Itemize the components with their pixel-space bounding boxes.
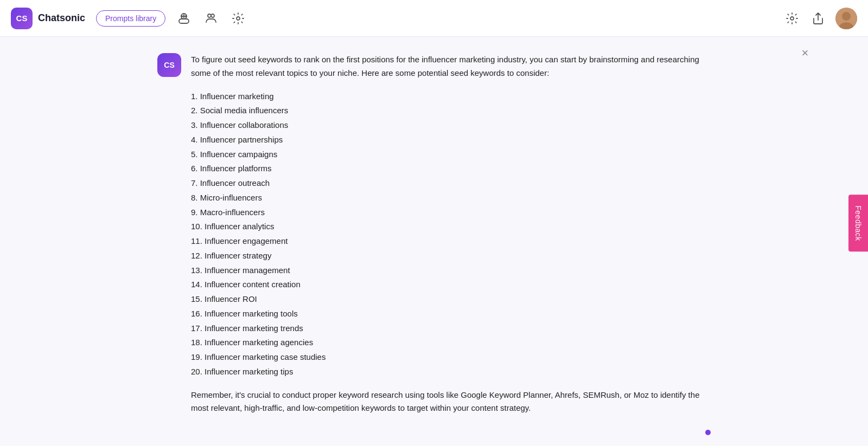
keyword-item: 12. Influencer strategy (191, 249, 711, 263)
keyword-item: 20. Influencer marketing tips (191, 365, 711, 379)
ai-message: CS To figure out seed keywords to rank o… (157, 53, 711, 415)
close-button[interactable]: × (796, 44, 814, 62)
logo-wrap: CS Chatsonic (11, 8, 85, 29)
message-footer: Remember, it's crucial to conduct proper… (191, 389, 711, 416)
svg-point-6 (237, 17, 240, 20)
keyword-item: 6. Influencer platforms (191, 162, 711, 176)
logo-icon: CS (11, 8, 33, 29)
message-intro: To figure out seed keywords to rank on t… (191, 53, 711, 80)
community-icon[interactable] (202, 10, 220, 27)
svg-point-7 (790, 17, 794, 20)
keyword-item: 19. Influencer marketing case studies (191, 351, 711, 364)
keyword-item: 17. Influencer marketing trends (191, 322, 711, 335)
svg-point-9 (842, 12, 851, 21)
feedback-tab[interactable]: Feedback (848, 195, 868, 251)
keyword-item: 5. Influencer campaigns (191, 148, 711, 161)
main-content: CS To figure out seed keywords to rank o… (0, 37, 868, 446)
keyword-item: 18. Influencer marketing agencies (191, 336, 711, 350)
share-icon[interactable] (809, 10, 827, 27)
scroll-indicator (705, 430, 711, 435)
keyword-item: 9. Macro-influencers (191, 206, 711, 219)
svg-point-5 (211, 14, 214, 17)
keyword-item: 10. Influencer analytics (191, 220, 711, 234)
keyword-item: 14. Influencer content creation (191, 278, 711, 292)
user-avatar[interactable] (835, 8, 857, 29)
avatar-svg (835, 8, 857, 29)
keyword-item: 16. Influencer marketing tools (191, 307, 711, 321)
settings-icon[interactable] (229, 10, 247, 27)
keyword-item: 15. Influencer ROI (191, 293, 711, 306)
settings-svg (232, 12, 245, 25)
share-svg (812, 12, 825, 25)
svg-rect-3 (179, 19, 189, 23)
keyword-item: 1. Influencer marketing (191, 90, 711, 104)
persona-icon[interactable] (175, 10, 193, 27)
header-icons (175, 10, 247, 27)
prompts-library-button[interactable]: Prompts library (96, 10, 165, 27)
keyword-item: 13. Influencer management (191, 264, 711, 277)
keyword-item: 2. Social media influencers (191, 104, 711, 118)
keyword-item: 3. Influencer collaborations (191, 119, 711, 132)
svg-point-1 (181, 16, 182, 17)
header: CS Chatsonic Prompts library (0, 0, 868, 37)
message-body: To figure out seed keywords to rank on t… (191, 53, 711, 415)
header-gear-icon[interactable] (783, 10, 801, 27)
logo-text: Chatsonic (38, 12, 85, 24)
avatar-image (835, 8, 857, 29)
keyword-item: 4. Influencer partnerships (191, 133, 711, 147)
keyword-item: 8. Micro-influencers (191, 191, 711, 205)
gear-svg (786, 12, 799, 25)
header-right (783, 8, 857, 29)
svg-point-2 (186, 16, 187, 17)
keyword-list: 1. Influencer marketing2. Social media i… (191, 90, 711, 379)
message-avatar: CS (157, 53, 181, 77)
persona-svg (177, 12, 190, 25)
keyword-item: 11. Influencer engagement (191, 235, 711, 248)
chat-container: CS To figure out seed keywords to rank o… (146, 37, 722, 446)
keyword-item: 7. Influencer outreach (191, 177, 711, 190)
community-svg (205, 12, 218, 25)
